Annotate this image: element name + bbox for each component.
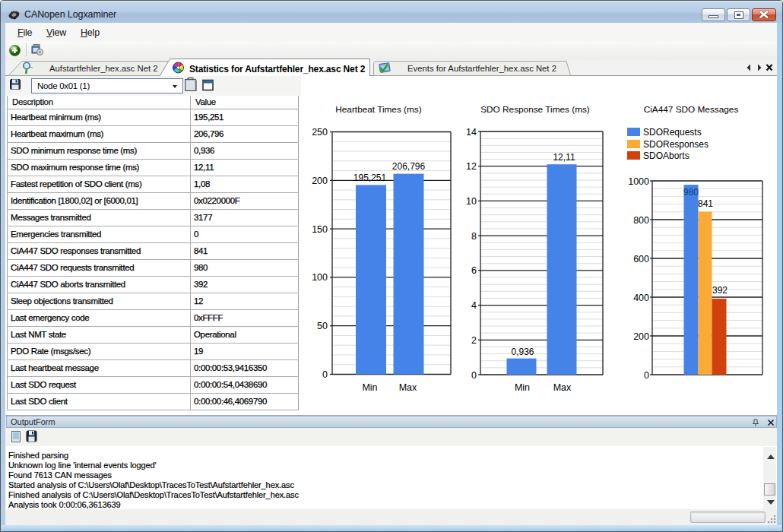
svg-text:0: 0: [644, 370, 649, 381]
svg-text:Heartbeat Times (ms): Heartbeat Times (ms): [335, 104, 421, 115]
svg-text:841: 841: [698, 198, 713, 209]
svg-text:200: 200: [633, 331, 649, 342]
svg-text:12: 12: [466, 161, 477, 172]
svg-text:600: 600: [633, 254, 649, 264]
svg-text:0: 0: [322, 369, 328, 380]
svg-text:800: 800: [633, 215, 649, 226]
svg-text:1000: 1000: [628, 176, 649, 187]
svg-text:Min: Min: [515, 382, 530, 393]
svg-text:SDO Response Times (ms): SDO Response Times (ms): [480, 104, 590, 115]
svg-text:Events for Aufstartfehler_hex.: Events for Aufstartfehler_hex.asc Net 2: [407, 64, 556, 73]
svg-text:Max: Max: [553, 382, 572, 393]
svg-text:4: 4: [471, 300, 477, 311]
svg-text:6: 6: [471, 265, 477, 276]
svg-text:10: 10: [466, 196, 477, 207]
svg-text:CiA447 SDO Messages: CiA447 SDO Messages: [644, 104, 739, 115]
svg-text:Statistics for Aufstartfehler_: Statistics for Aufstartfehler_hex.asc Ne…: [189, 64, 366, 74]
svg-text:14: 14: [466, 127, 477, 138]
svg-text:8: 8: [471, 231, 477, 242]
svg-text:100: 100: [312, 272, 328, 283]
svg-text:392: 392: [712, 285, 728, 296]
svg-text:SDOResponses: SDOResponses: [643, 139, 709, 150]
svg-text:250: 250: [312, 127, 328, 138]
svg-text:150: 150: [312, 224, 328, 235]
svg-text:0,936: 0,936: [511, 347, 534, 357]
svg-text:0: 0: [471, 370, 477, 381]
svg-text:Max: Max: [399, 382, 417, 393]
svg-text:200: 200: [312, 176, 328, 186]
svg-text:400: 400: [633, 293, 649, 303]
svg-text:206,796: 206,796: [392, 161, 426, 172]
svg-text:195,251: 195,251: [353, 173, 387, 183]
svg-text:Aufstartfehler_hex.asc Net 2: Aufstartfehler_hex.asc Net 2: [49, 64, 158, 73]
svg-text:Min: Min: [362, 382, 377, 393]
svg-text:50: 50: [317, 321, 328, 331]
svg-text:980: 980: [683, 187, 699, 198]
svg-text:SDOAborts: SDOAborts: [643, 150, 689, 161]
svg-text:2: 2: [471, 335, 477, 346]
svg-text:12,11: 12,11: [553, 152, 575, 163]
svg-text:SDORequests: SDORequests: [643, 127, 702, 138]
